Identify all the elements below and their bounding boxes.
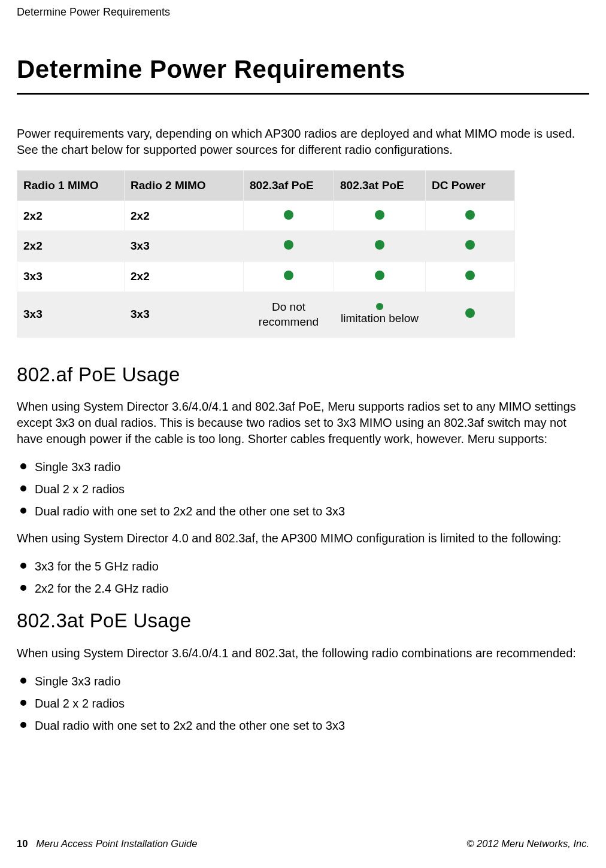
af-list-1: Single 3x3 radio Dual 2 x 2 radios Dual … <box>17 459 589 520</box>
cell-af <box>244 231 334 262</box>
cell-af <box>244 261 334 292</box>
cell-radio1: 3x3 <box>17 292 125 337</box>
list-item: Single 3x3 radio <box>17 673 589 690</box>
cell-dc <box>426 292 515 337</box>
cell-at <box>334 231 426 262</box>
list-item: Dual radio with one set to 2x2 and the o… <box>17 718 589 734</box>
page-footer: 10 Meru Access Point Installation Guide … <box>17 837 589 850</box>
table-row: 3x3 2x2 <box>17 261 515 292</box>
supported-dot-icon <box>284 210 293 220</box>
supported-dot-icon <box>465 240 475 250</box>
col-header-radio2: Radio 2 MIMO <box>125 170 244 201</box>
table-row: 2x2 2x2 <box>17 201 515 231</box>
supported-dot-icon <box>375 240 384 250</box>
cell-dc <box>426 231 515 262</box>
cell-radio2: 2x2 <box>125 261 244 292</box>
cell-radio1: 2x2 <box>17 201 125 231</box>
power-requirements-table: Radio 1 MIMO Radio 2 MIMO 802.3af PoE 80… <box>17 170 515 338</box>
at-list-1: Single 3x3 radio Dual 2 x 2 radios Dual … <box>17 673 589 734</box>
supported-dot-icon <box>284 271 293 280</box>
page-title: Determine Power Requirements <box>17 53 589 87</box>
cell-radio2: 2x2 <box>125 201 244 231</box>
footer-doc-title: Meru Access Point Installation Guide <box>36 837 197 850</box>
table-row: 3x3 3x3 Do not recommend limitation belo… <box>17 292 515 337</box>
cell-af-text: Do not recommend <box>259 301 319 329</box>
section-heading-af: 802.af PoE Usage <box>17 362 589 389</box>
cell-at: limitation below <box>334 292 426 337</box>
col-header-dc: DC Power <box>426 170 515 201</box>
list-item: Single 3x3 radio <box>17 459 589 475</box>
cell-radio1: 3x3 <box>17 261 125 292</box>
cell-value: 2x2 <box>23 210 43 222</box>
list-item: Dual 2 x 2 radios <box>17 481 589 497</box>
heading-rule <box>17 93 589 95</box>
cell-dc <box>426 261 515 292</box>
cell-radio2: 3x3 <box>125 292 244 337</box>
cell-value: 2x2 <box>131 270 150 283</box>
table-row: 2x2 3x3 <box>17 231 515 262</box>
page-number: 10 <box>17 837 28 850</box>
cell-radio2: 3x3 <box>125 231 244 262</box>
cell-af: Do not recommend <box>244 292 334 337</box>
cell-at <box>334 261 426 292</box>
col-header-at: 802.3at PoE <box>334 170 426 201</box>
footer-copyright: © 2012 Meru Networks, Inc. <box>466 837 589 850</box>
page: Determine Power Requirements Determine P… <box>0 0 606 868</box>
list-item: 2x2 for the 2.4 GHz radio <box>17 581 589 597</box>
supported-dot-icon <box>375 210 384 220</box>
col-header-radio1: Radio 1 MIMO <box>17 170 125 201</box>
cell-af <box>244 201 334 231</box>
supported-dot-icon <box>376 303 383 310</box>
table-header-row: Radio 1 MIMO Radio 2 MIMO 802.3af PoE 80… <box>17 170 515 201</box>
cell-radio1: 2x2 <box>17 231 125 262</box>
cell-value: 3x3 <box>131 239 150 252</box>
cell-value: 2x2 <box>131 210 150 222</box>
list-item: Dual radio with one set to 2x2 and the o… <box>17 503 589 520</box>
col-header-af: 802.3af PoE <box>244 170 334 201</box>
intro-paragraph: Power requirements vary, depending on wh… <box>17 126 589 158</box>
cell-at-text: limitation below <box>341 311 419 326</box>
list-item: 3x3 for the 5 GHz radio <box>17 559 589 575</box>
cell-dc <box>426 201 515 231</box>
af-list-2: 3x3 for the 5 GHz radio 2x2 for the 2.4 … <box>17 559 589 597</box>
supported-dot-icon <box>465 308 475 318</box>
at-paragraph-1: When using System Director 3.6/4.0/4.1 a… <box>17 645 589 661</box>
af-paragraph-1: When using System Director 3.6/4.0/4.1 a… <box>17 399 589 447</box>
af-paragraph-2: When using System Director 4.0 and 802.3… <box>17 530 589 547</box>
cell-value: 2x2 <box>23 239 43 252</box>
supported-dot-icon <box>284 240 293 250</box>
list-item: Dual 2 x 2 radios <box>17 696 589 712</box>
supported-dot-icon <box>465 210 475 220</box>
supported-dot-icon <box>465 271 475 280</box>
running-head: Determine Power Requirements <box>17 5 589 19</box>
cell-value: 3x3 <box>131 308 150 320</box>
cell-at <box>334 201 426 231</box>
section-heading-at: 802.3at PoE Usage <box>17 608 589 635</box>
cell-value: 3x3 <box>23 308 43 320</box>
supported-dot-icon <box>375 271 384 280</box>
cell-value: 3x3 <box>23 270 43 283</box>
